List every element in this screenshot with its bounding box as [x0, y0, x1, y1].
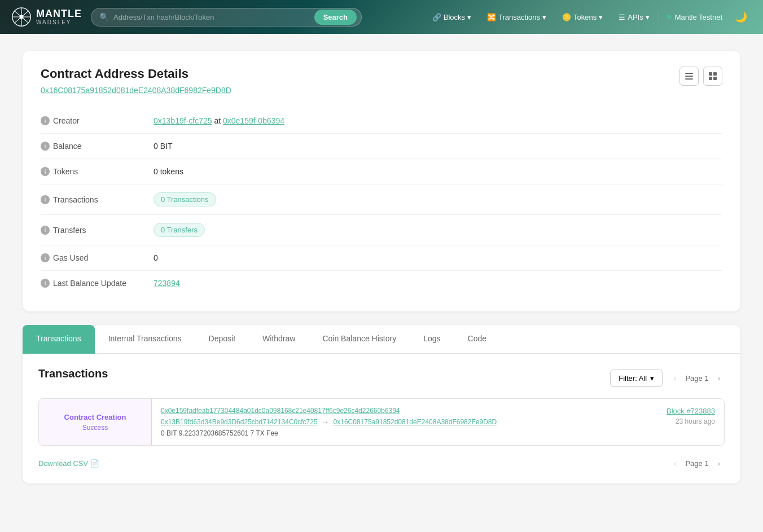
creator-info-icon[interactable]: i: [41, 116, 50, 125]
card-icons: [679, 67, 722, 86]
chevron-down-icon: ▾: [650, 374, 654, 382]
svg-rect-8: [685, 78, 693, 80]
gas-used-info-icon[interactable]: i: [41, 253, 50, 262]
tx-from-link[interactable]: 0x13B19fd63d34Be9d3D6d25cbd7142134C0cfc7…: [161, 418, 318, 426]
last-balance-row: i Last Balance Update 723894: [41, 271, 722, 296]
balance-label: i Balance: [41, 142, 154, 151]
view-mode-list-button[interactable]: [679, 67, 699, 86]
download-icon: 📄: [90, 459, 99, 468]
search-button[interactable]: Search: [314, 10, 357, 25]
tx-block-link[interactable]: Block #723883: [666, 407, 715, 415]
bottom-prev-page-button[interactable]: ‹: [669, 457, 681, 470]
page-title: Contract Address Details: [41, 67, 231, 81]
details-grid: i Creator 0x13b19f-cfc725 at 0x0e159f-0b…: [41, 108, 722, 296]
card-header: Contract Address Details 0x16C08175a9185…: [41, 67, 722, 95]
creator-row: i Creator 0x13b19f-cfc725 at 0x0e159f-0b…: [41, 108, 722, 134]
nav-tokens[interactable]: 🪙 Tokens ▾: [555, 10, 609, 25]
list-view-icon: [685, 72, 694, 81]
tab-coin-balance-history[interactable]: Coin Balance History: [309, 325, 410, 354]
tx-status: Success: [82, 424, 108, 432]
tx-type-label: Contract Creation: [64, 413, 126, 421]
creator-tx-link[interactable]: 0x0e159f-0b6394: [223, 116, 284, 125]
tab-deposit[interactable]: Deposit: [195, 325, 249, 354]
nav-blocks[interactable]: 🔗 Blocks ▾: [426, 10, 478, 25]
nav-divider: [659, 11, 659, 23]
tab-code[interactable]: Code: [454, 325, 500, 354]
tx-block-info: Block #723883 23 hours ago: [657, 399, 724, 445]
svg-rect-10: [713, 72, 717, 76]
creator-address-link[interactable]: 0x13b19f-cfc725: [154, 116, 212, 125]
network-badge[interactable]: Mantle Testnet: [661, 11, 728, 24]
transactions-label: i Transactions: [41, 195, 154, 204]
network-status-dot: [667, 15, 672, 19]
creator-value: 0x13b19f-cfc725 at 0x0e159f-0b6394: [154, 116, 284, 125]
theme-toggle-button[interactable]: 🌙: [730, 8, 752, 25]
gas-used-value: 0: [154, 253, 158, 262]
prev-page-button[interactable]: ‹: [669, 372, 681, 385]
tab-transactions[interactable]: Transactions: [23, 325, 95, 354]
tx-to-link[interactable]: 0x16C08175a91852d081deE2408A38dF6982Fe9D…: [334, 418, 497, 426]
logo-sub: WADSLEY: [36, 19, 82, 25]
search-icon: 🔍: [99, 12, 109, 21]
main-content: Contract Address Details 0x16C08175a9185…: [0, 34, 763, 500]
tx-time: 23 hours ago: [666, 417, 715, 425]
logo[interactable]: MANTLE WADSLEY: [11, 7, 82, 27]
tokens-info-icon[interactable]: i: [41, 167, 50, 176]
nav-transactions[interactable]: 🔀 Transactions ▾: [480, 10, 553, 25]
page-label: Page 1: [685, 374, 708, 382]
logo-icon: [11, 7, 32, 27]
tab-logs[interactable]: Logs: [410, 325, 454, 354]
search-bar: 🔍 Search: [91, 8, 362, 27]
svg-rect-7: [685, 76, 693, 77]
tx-hash-link[interactable]: 0x0e159fadfeab177304484a01dc0a098168c21e…: [161, 407, 648, 415]
transactions-row: i Transactions 0 Transactions: [41, 184, 722, 215]
tab-withdraw[interactable]: Withdraw: [249, 325, 309, 354]
transactions-section-title: Transactions: [38, 367, 108, 380]
filter-page-controls: Filter: All ▾ ‹ Page 1 ›: [610, 370, 725, 387]
creator-label: i Creator: [41, 116, 154, 125]
contract-address[interactable]: 0x16C08175a91852d081deE2408A38dF6982Fe9D…: [41, 86, 231, 95]
tx-amount: 0 BIT 9.22337203685752601 7 TX Fee: [161, 429, 648, 437]
grid-view-icon: [708, 72, 717, 81]
gas-used-row: i Gas Used 0: [41, 245, 722, 271]
tx-direction-arrow: →: [322, 418, 329, 426]
balance-value: 0 BIT: [154, 142, 172, 151]
balance-info-icon[interactable]: i: [41, 142, 50, 151]
transactions-info-icon[interactable]: i: [41, 195, 50, 204]
svg-rect-11: [709, 77, 712, 80]
last-balance-info-icon[interactable]: i: [41, 279, 50, 288]
contract-details-card: Contract Address Details 0x16C08175a9185…: [23, 51, 740, 311]
gas-used-label: i Gas Used: [41, 253, 154, 262]
tab-internal-transactions[interactable]: Internal Transactions: [95, 325, 195, 354]
transactions-badge[interactable]: 0 Transactions: [154, 192, 216, 206]
tx-addresses: 0x13B19fd63d34Be9d3D6d25cbd7142134C0cfc7…: [161, 418, 648, 426]
table-row: Contract Creation Success 0x0e159fadfeab…: [38, 398, 725, 446]
search-input[interactable]: [113, 8, 310, 26]
filter-button[interactable]: Filter: All ▾: [610, 370, 663, 387]
transfers-value: 0 Transfers: [154, 223, 205, 237]
transactions-value: 0 Transactions: [154, 192, 216, 206]
main-nav: 🔗 Blocks ▾ 🔀 Transactions ▾ 🪙 Tokens ▾ ☰…: [426, 8, 752, 25]
svg-rect-9: [709, 72, 712, 76]
card-header-left: Contract Address Details 0x16C08175a9185…: [41, 67, 231, 95]
svg-rect-6: [685, 73, 693, 74]
nav-apis[interactable]: ☰ APIs ▾: [612, 10, 656, 25]
balance-row: i Balance 0 BIT: [41, 134, 722, 159]
svg-rect-12: [713, 77, 717, 80]
bottom-row: Download CSV 📄 ‹ Page 1 ›: [38, 452, 725, 470]
network-label: Mantle Testnet: [675, 13, 722, 21]
transfers-info-icon[interactable]: i: [41, 226, 50, 235]
creator-at: at: [214, 116, 221, 125]
last-balance-value: 723894: [154, 279, 180, 288]
bottom-next-page-button[interactable]: ›: [713, 457, 725, 470]
download-csv-link[interactable]: Download CSV 📄: [38, 459, 99, 468]
svg-point-5: [19, 15, 23, 19]
transfers-badge[interactable]: 0 Transfers: [154, 223, 205, 237]
tabs-section: Transactions Internal Transactions Depos…: [23, 325, 740, 483]
tabs-bar: Transactions Internal Transactions Depos…: [23, 325, 740, 354]
last-balance-link[interactable]: 723894: [154, 279, 180, 288]
next-page-button[interactable]: ›: [713, 372, 725, 385]
transfers-label: i Transfers: [41, 226, 154, 235]
view-mode-grid-button[interactable]: [703, 67, 722, 86]
app-header: MANTLE WADSLEY 🔍 Search 🔗 Blocks ▾ 🔀 Tra…: [0, 0, 763, 34]
